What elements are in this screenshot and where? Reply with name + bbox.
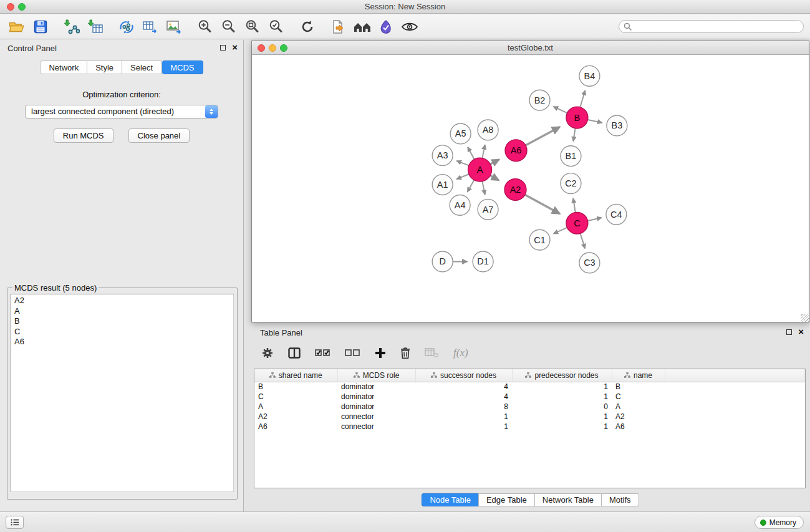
tab-mcds[interactable]: MCDS	[162, 60, 203, 74]
table-cell[interactable]: 1	[512, 412, 612, 422]
close-network-window-button[interactable]	[258, 44, 265, 52]
result-item[interactable]: B	[14, 316, 230, 327]
table-cell[interactable]: 1	[512, 392, 612, 402]
graph-node-A8[interactable]: A8	[478, 120, 498, 140]
table-cell[interactable]: 1	[512, 422, 612, 432]
table-row[interactable]: A6connector11A6	[254, 422, 805, 432]
table-cell[interactable]: A6	[612, 422, 665, 432]
table-cell[interactable]: 0	[512, 402, 612, 412]
graph-node-A7[interactable]: A7	[478, 199, 498, 220]
graph-edge-A-A2[interactable]	[490, 175, 499, 180]
table-row[interactable]: Bdominator41B	[254, 382, 805, 392]
graph-node-A3[interactable]: A3	[432, 145, 453, 166]
table-cell[interactable]: 8	[415, 402, 512, 412]
graph-node-A1[interactable]: A1	[432, 175, 453, 195]
graph-node-C4[interactable]: C4	[606, 204, 627, 225]
zoom-window-button[interactable]	[18, 3, 26, 11]
graph-node-A[interactable]: A	[468, 158, 492, 181]
zoom-selected-button[interactable]	[266, 17, 287, 37]
tab-select[interactable]: Select	[122, 60, 162, 74]
graph-edge-A-A6[interactable]	[490, 160, 499, 165]
tab-network[interactable]: Network	[40, 60, 87, 74]
table-cell[interactable]: A6	[254, 422, 337, 432]
network-from-url-button[interactable]	[116, 17, 137, 37]
home-view-button[interactable]	[352, 17, 373, 37]
network-window-titlebar[interactable]: testGlobe.txt	[252, 41, 809, 55]
optimization-criterion-select[interactable]: largest connected component (directed)	[25, 105, 218, 118]
deselect-all-button[interactable]	[345, 349, 360, 357]
import-network-button[interactable]	[61, 17, 82, 37]
graph-edge-C-C3[interactable]	[581, 233, 586, 248]
result-item[interactable]: A2	[14, 296, 230, 306]
graph-node-D1[interactable]: D1	[473, 251, 493, 272]
graph-node-C1[interactable]: C1	[529, 230, 550, 250]
table-cell[interactable]: connector	[337, 412, 415, 422]
result-item[interactable]: A6	[14, 337, 230, 347]
minimize-network-window-button[interactable]	[269, 44, 276, 52]
table-row[interactable]: A2connector11A2	[254, 412, 805, 422]
tab-style[interactable]: Style	[87, 60, 122, 74]
resize-grip[interactable]	[801, 314, 809, 322]
show-hide-button[interactable]	[399, 17, 420, 37]
table-cell[interactable]: B	[612, 382, 665, 392]
column-header-name[interactable]: name	[612, 369, 665, 382]
close-table-panel-icon[interactable]: ×	[798, 329, 804, 335]
table-row[interactable]: Adominator80A	[254, 402, 805, 412]
graph-edge-A-A8[interactable]	[482, 145, 485, 158]
float-panel-icon[interactable]	[220, 45, 226, 51]
graph-edge-A-A7[interactable]	[482, 181, 485, 195]
tab-node-table[interactable]: Node Table	[422, 493, 479, 506]
refresh-button[interactable]	[297, 17, 318, 37]
select-all-button[interactable]	[315, 349, 330, 357]
export-table-button[interactable]	[140, 17, 161, 37]
table-cell[interactable]: 4	[415, 382, 512, 392]
zoom-fit-button[interactable]	[242, 17, 263, 37]
table-cell[interactable]: dominator	[337, 402, 415, 412]
graph-node-A5[interactable]: A5	[450, 123, 471, 144]
search-input[interactable]	[619, 20, 804, 33]
open-session-button[interactable]	[6, 17, 27, 37]
delete-column-button[interactable]	[400, 347, 410, 359]
table-cell[interactable]: A	[254, 402, 337, 412]
delete-table-button[interactable]	[425, 348, 439, 358]
column-header-shared-name[interactable]: shared name	[254, 369, 337, 382]
graph-node-C3[interactable]: C3	[579, 253, 600, 273]
close-panel-icon[interactable]: ×	[232, 44, 238, 51]
run-mcds-button[interactable]: Run MCDS	[54, 128, 113, 143]
table-cell[interactable]: dominator	[337, 382, 415, 392]
graph-node-B1[interactable]: B1	[561, 146, 581, 167]
table-cell[interactable]: B	[254, 382, 337, 392]
show-columns-button[interactable]	[288, 347, 301, 359]
graph-node-C2[interactable]: C2	[561, 173, 581, 194]
graph-edge-A-A5[interactable]	[468, 147, 474, 160]
close-window-button[interactable]	[7, 3, 14, 11]
graph-node-B[interactable]: B	[566, 107, 588, 128]
table-row[interactable]: Cdominator41C	[254, 392, 805, 402]
graph-edge-B-B3[interactable]	[587, 120, 602, 123]
memory-button[interactable]: Memory	[755, 516, 804, 529]
graph-edge-A2-C[interactable]	[525, 195, 560, 213]
export-network-button[interactable]	[328, 17, 349, 37]
graph-edge-C-C4[interactable]	[587, 218, 601, 221]
column-header-successor-nodes[interactable]: successor nodes	[415, 369, 512, 382]
graph-edge-B-B1[interactable]	[573, 128, 575, 142]
result-item[interactable]: A	[14, 306, 230, 317]
show-panels-button[interactable]	[6, 516, 24, 529]
table-cell[interactable]: A	[612, 402, 665, 412]
zoom-in-button[interactable]	[195, 17, 216, 37]
graph-node-A6[interactable]: A6	[505, 140, 527, 162]
table-cell[interactable]: 1	[512, 382, 612, 392]
table-cell[interactable]: C	[612, 392, 665, 402]
table-cell[interactable]: connector	[337, 422, 415, 432]
table-cell[interactable]: A2	[254, 412, 337, 422]
graph-node-B3[interactable]: B3	[607, 115, 627, 136]
graph-node-D[interactable]: D	[432, 251, 453, 272]
tab-edge-table[interactable]: Edge Table	[478, 493, 535, 506]
graph-node-A4[interactable]: A4	[450, 195, 470, 215]
zoom-out-button[interactable]	[218, 17, 239, 37]
graph-node-B2[interactable]: B2	[529, 90, 550, 110]
tab-motifs[interactable]: Motifs	[601, 493, 639, 506]
graph-node-B4[interactable]: B4	[579, 65, 600, 86]
function-builder-button[interactable]: f(x)	[453, 347, 468, 359]
tab-network-table[interactable]: Network Table	[534, 493, 602, 506]
